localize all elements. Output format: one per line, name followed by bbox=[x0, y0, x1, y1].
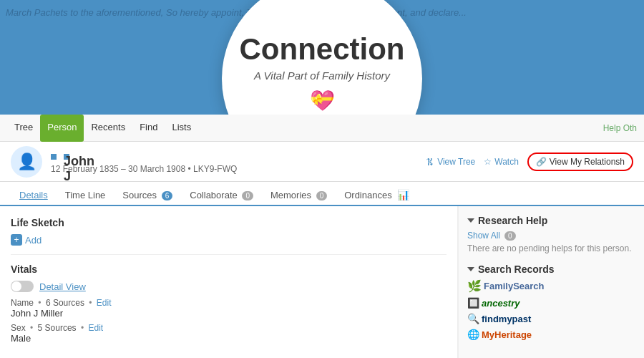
nav-find[interactable]: Find bbox=[132, 115, 165, 142]
research-help-header: Research Help bbox=[467, 215, 635, 226]
person-name: John J Miller bbox=[51, 149, 426, 164]
sex-field-row: Sex • 5 Sources • Edit Male bbox=[11, 323, 447, 344]
person-dates: 12 February 1835 – 30 March 1908 • LKY9-… bbox=[51, 164, 426, 174]
name-field-value: John J Miller bbox=[11, 308, 447, 319]
sex-field-label: Sex • 5 Sources • Edit bbox=[11, 323, 447, 333]
name-field-row: Name • 6 Sources • Edit John J Miller bbox=[11, 298, 447, 319]
star-icon: ☆ bbox=[484, 157, 492, 167]
search-records-header: Search Records bbox=[467, 263, 635, 275]
collaborate-badge: 0 bbox=[242, 191, 253, 200]
life-sketch-title: Life Sketch bbox=[11, 217, 447, 228]
research-show-all[interactable]: Show All bbox=[467, 231, 500, 241]
nav-lists[interactable]: Lists bbox=[165, 115, 198, 142]
familysearch-icon: 🌿 bbox=[467, 279, 482, 293]
research-empty-msg: There are no pending helps for this pers… bbox=[467, 243, 635, 253]
research-help-title: Research Help bbox=[478, 215, 547, 226]
divider-1 bbox=[11, 254, 447, 255]
findmypast-icon: 🔍 bbox=[467, 313, 479, 324]
tab-sources[interactable]: Sources 6 bbox=[114, 185, 181, 206]
tab-collaborate[interactable]: Collaborate 0 bbox=[181, 185, 262, 206]
hero-title: Connection bbox=[240, 32, 405, 67]
detail-view-toggle-row: Detail View bbox=[11, 281, 447, 292]
add-life-sketch-btn[interactable]: + Add bbox=[11, 234, 447, 246]
hero-subtitle: A Vital Part of Family History bbox=[254, 69, 390, 82]
nav-bar: Tree Person Recents Find Lists Help Oth bbox=[0, 115, 644, 142]
logo-icon: 💝 bbox=[296, 89, 348, 112]
view-tree-btn[interactable]: ⛕ View Tree bbox=[426, 157, 475, 167]
nav-recents[interactable]: Recents bbox=[84, 115, 132, 142]
watch-btn[interactable]: ☆ Watch bbox=[484, 157, 519, 167]
sources-badge: 6 bbox=[162, 191, 173, 200]
nav-person[interactable]: Person bbox=[40, 115, 84, 142]
tab-timeline[interactable]: Time Line bbox=[57, 185, 114, 206]
tab-memories[interactable]: Memories 0 bbox=[262, 185, 336, 206]
toggle-knob bbox=[11, 281, 21, 291]
familysearch-link[interactable]: 🌿 FamilySearch bbox=[467, 279, 635, 293]
name-dot bbox=[51, 154, 57, 160]
findmypast-link[interactable]: 🔍 findmypast bbox=[467, 313, 635, 324]
research-badge: 0 bbox=[504, 231, 516, 241]
ordinances-icon: 📊 bbox=[397, 189, 409, 200]
memories-badge: 0 bbox=[316, 191, 328, 200]
sex-field-value: Male bbox=[11, 333, 447, 344]
myheritage-icon: 🌐 bbox=[467, 329, 479, 340]
person-bar: 👤 John J Miller 12 February 1835 – 30 Ma… bbox=[0, 142, 644, 182]
add-icon: + bbox=[11, 234, 22, 246]
view-relations-btn[interactable]: 🔗 View My Relationsh bbox=[527, 153, 633, 171]
detail-view-toggle[interactable] bbox=[11, 281, 34, 292]
myheritage-link[interactable]: 🌐 MyHeritage bbox=[467, 329, 635, 340]
tree-icon: ⛕ bbox=[426, 157, 434, 167]
search-records-title: Search Records bbox=[478, 263, 555, 275]
name-field-label: Name • 6 Sources • Edit bbox=[11, 298, 447, 308]
main-content: Life Sketch + Add Vitals Detail View Nam… bbox=[0, 206, 644, 358]
toggle-label: Detail View bbox=[39, 281, 86, 292]
name-edit-link[interactable]: Edit bbox=[97, 298, 112, 308]
tab-details[interactable]: Details bbox=[11, 185, 57, 206]
person-info: John J Miller 12 February 1835 – 30 Marc… bbox=[51, 149, 426, 174]
relations-icon: 🔗 bbox=[536, 157, 547, 167]
search-records-toggle-icon[interactable] bbox=[467, 267, 474, 271]
person-actions: ⛕ View Tree ☆ Watch 🔗 View My Relationsh bbox=[426, 153, 633, 171]
nav-help[interactable]: Help Oth bbox=[603, 123, 637, 133]
vitals-title: Vitals bbox=[11, 263, 447, 275]
search-records-section: Search Records 🌿 FamilySearch 🔲 ancestry… bbox=[467, 263, 635, 340]
research-help-section: Research Help Show All 0 There are no pe… bbox=[467, 215, 635, 253]
research-help-toggle-icon[interactable] bbox=[467, 218, 474, 223]
nav-tree[interactable]: Tree bbox=[7, 115, 40, 142]
ancestry-link[interactable]: 🔲 ancestry bbox=[467, 297, 635, 309]
tab-bar: Details Time Line Sources 6 Collaborate … bbox=[0, 182, 644, 206]
left-panel: Life Sketch + Add Vitals Detail View Nam… bbox=[0, 206, 458, 358]
ancestry-icon: 🔲 bbox=[467, 297, 479, 309]
vitals-section: Vitals Detail View Name • 6 Sources • Ed… bbox=[11, 263, 447, 344]
sex-edit-link[interactable]: Edit bbox=[89, 323, 104, 333]
tab-ordinances[interactable]: Ordinances 📊 bbox=[336, 185, 418, 206]
person-avatar: 👤 bbox=[11, 146, 42, 178]
right-panel: Research Help Show All 0 There are no pe… bbox=[458, 206, 644, 358]
